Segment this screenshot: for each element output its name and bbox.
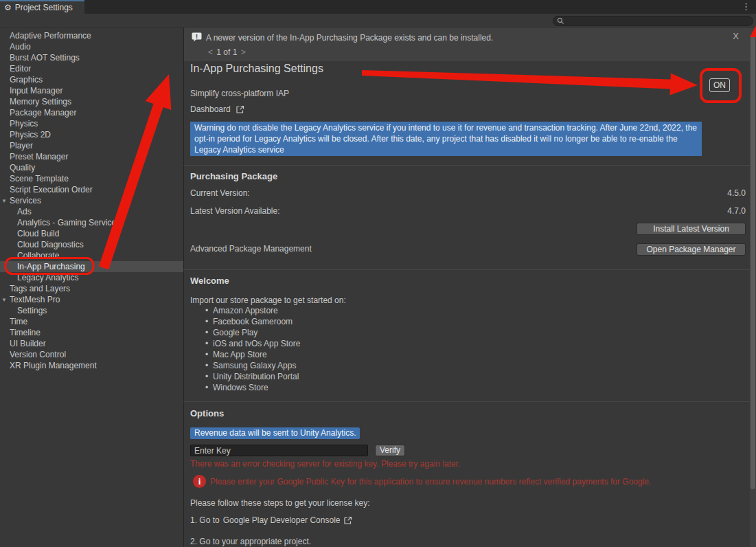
sidebar-item-label: Memory Settings [10,97,71,107]
service-toggle-on-button[interactable]: ON [709,78,730,92]
search-input[interactable] [566,17,746,25]
current-version-label: Current Version: [190,188,250,198]
gear-icon: ⚙ [4,3,12,12]
sidebar-item[interactable]: ▼ Script Execution Order [0,184,183,195]
sidebar-item-label: Timeline [10,328,41,337]
sidebar-item[interactable]: ▼ Quality [0,162,183,173]
sidebar-item-label: Quality [10,163,35,172]
options-title: Options [190,408,224,418]
revenue-notice-badge: Revenue data will be sent to Unity Analy… [190,427,360,439]
sidebar-item-label: Version Control [10,350,66,359]
sidebar-item[interactable]: ▼ Ads [0,206,183,217]
sidebar-item[interactable]: ▼ Physics 2D [0,129,183,140]
sidebar-item[interactable]: ▼ Settings [0,305,183,316]
sidebar-item-label: In-App Purchasing [17,262,85,271]
error-info-icon: i [193,475,206,488]
search-box[interactable] [553,16,753,26]
current-version-value: 4.5.0 [727,188,746,198]
google-play-console-link[interactable]: Google Play Developer Console [223,515,341,525]
sidebar-item[interactable]: ▼ Time [0,316,183,327]
sidebar-item-label: UI Builder [10,339,46,348]
sidebar-item[interactable]: ▼ Graphics [0,74,183,85]
sidebar-item-label: Audio [10,42,31,52]
store-list-item: Windows Store [205,382,300,393]
expander-triangle-icon[interactable]: ▼ [1,295,7,306]
sidebar-item[interactable]: ▼ Services [0,195,183,206]
section-divider [183,269,750,270]
vertical-scrollbar-thumb[interactable] [751,34,755,489]
store-list-item: Facebook Gameroom [205,316,300,327]
sidebar-item-label: XR Plugin Management [10,361,97,370]
sidebar-item-label: Tags and Layers [10,284,70,293]
sidebar-item-label: Adaptive Performance [10,31,91,41]
sidebar-item-label: Collaborate [17,251,59,260]
update-notification-bar: ! A newer version of the In-App Purchasi… [184,27,750,60]
sidebar-item[interactable]: ▼ Burst AOT Settings [0,52,183,63]
sidebar-item[interactable]: ▼ Editor [0,63,183,74]
pager-count: 1 of 1 [216,47,237,57]
sidebar-item[interactable]: ▼ Preset Manager [0,151,183,162]
latest-version-label: Latest Version Available: [190,206,280,216]
sidebar-item[interactable]: ▼ Version Control [0,349,183,360]
kebab-menu-icon[interactable]: ⋮ [742,1,751,12]
sidebar-item[interactable]: ▼ Input Manager [0,85,183,96]
toolbar [0,14,756,27]
key-check-error-text: There was an error checking server for e… [190,459,460,469]
tab-title: Project Settings [15,3,73,12]
settings-sidebar: ▼ Adaptive Performance ▼ Audio ▼ Burst A… [0,27,183,547]
latest-version-value: 4.7.0 [727,206,746,216]
sidebar-item[interactable]: ▼ Analytics - Gaming Services [0,217,183,228]
sidebar-item[interactable]: ▼ XR Plugin Management [0,360,183,371]
sidebar-item-label: TextMesh Pro [10,295,60,304]
sidebar-item-label: Time [10,317,27,326]
pager-next-icon[interactable]: > [240,47,247,57]
alert-bubble-icon: ! [191,32,203,46]
sidebar-item-label: Script Execution Order [10,185,93,194]
step1-prefix: 1. Go to [190,515,220,525]
dashboard-link[interactable]: Dashboard [190,104,244,114]
external-link-icon [236,105,244,114]
legacy-analytics-warning: Warning do not disable the Legacy Analyt… [190,122,702,156]
sidebar-item[interactable]: ▼ Physics [0,118,183,129]
google-public-key-warning: Please enter your Google Public Key for … [210,477,651,487]
svg-text:!: ! [196,32,198,40]
pager-prev-icon[interactable]: < [207,47,214,57]
sidebar-item-label: Package Manager [10,108,76,118]
install-latest-version-button[interactable]: Install Latest Version [637,223,746,235]
sidebar-item-label: Services [10,196,41,205]
welcome-intro: Import our store package to get started … [190,295,346,305]
expander-triangle-icon[interactable]: ▼ [1,196,7,207]
advanced-package-management-label: Advanced Package Management [190,244,312,254]
sidebar-item[interactable]: ▼ Player [0,140,183,151]
sidebar-item[interactable]: ▼ Collaborate [0,250,183,261]
project-settings-window: ⚙ Project Settings ⋮ ▼ Adaptive Performa… [0,0,756,547]
sidebar-item[interactable]: ▼ Memory Settings [0,96,183,107]
notification-pager: < 1 of 1 > [207,47,247,57]
section-divider [183,165,750,166]
sidebar-item[interactable]: ▼ Tags and Layers [0,283,183,294]
sidebar-item[interactable]: ▼ TextMesh Pro [0,294,183,305]
sidebar-item-label: Editor [10,64,31,74]
sidebar-item[interactable]: ▼ Scene Template [0,173,183,184]
license-key-input[interactable] [190,445,368,456]
verify-button[interactable]: Verify [375,445,405,456]
sidebar-item-label: Legacy Analytics [17,273,78,282]
tab-project-settings[interactable]: ⚙ Project Settings [0,0,84,14]
sidebar-item[interactable]: ▼ Audio [0,41,183,52]
sidebar-item[interactable]: ▼ Package Manager [0,107,183,118]
sidebar-item[interactable]: ▼ Timeline [0,327,183,338]
sidebar-item[interactable]: ▼ Cloud Build [0,228,183,239]
sidebar-divider [183,27,184,547]
store-list-item: Google Play [205,327,300,338]
external-link-icon [343,516,352,525]
sidebar-item[interactable]: ▼ Cloud Diagnostics [0,239,183,250]
sidebar-item[interactable]: ▼ UI Builder [0,338,183,349]
sidebar-item[interactable]: ▼ Legacy Analytics [0,272,183,283]
sidebar-item-label: Scene Template [10,174,69,183]
open-package-manager-button[interactable]: Open Package Manager [637,243,746,256]
notification-message: A newer version of the In-App Purchasing… [206,33,493,43]
store-list-item: iOS and tvOs App Store [205,338,300,349]
close-icon[interactable]: X [733,31,739,41]
sidebar-item[interactable]: ▼ Adaptive Performance [0,30,183,41]
sidebar-item[interactable]: ▼ In-App Purchasing [0,261,183,272]
